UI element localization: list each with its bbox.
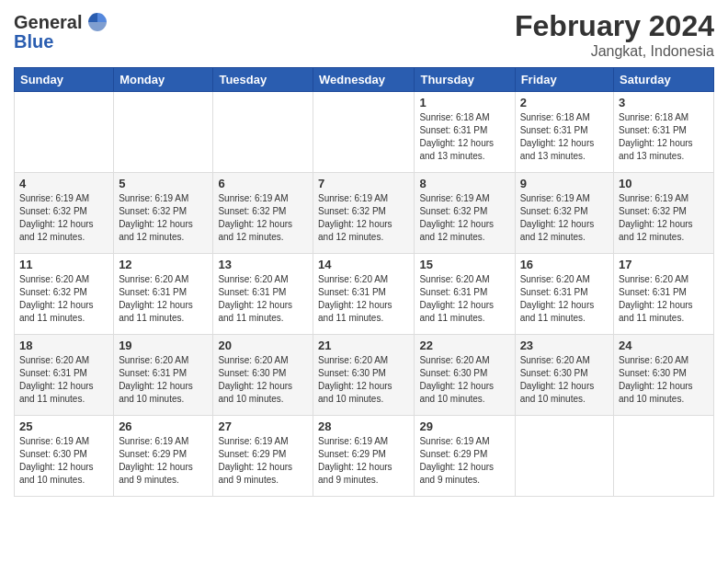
day-info: Sunrise: 6:19 AM Sunset: 6:29 PM Dayligh… — [218, 435, 308, 487]
day-info: Sunrise: 6:19 AM Sunset: 6:32 PM Dayligh… — [218, 192, 308, 244]
day-info: Sunrise: 6:20 AM Sunset: 6:31 PM Dayligh… — [119, 354, 208, 406]
day-info: Sunrise: 6:20 AM Sunset: 6:31 PM Dayligh… — [19, 354, 108, 406]
day-info: Sunrise: 6:18 AM Sunset: 6:31 PM Dayligh… — [619, 111, 709, 163]
calendar-cell: 8Sunrise: 6:19 AM Sunset: 6:32 PM Daylig… — [415, 173, 515, 254]
col-header-wednesday: Wednesday — [313, 68, 415, 92]
logo-general: General — [14, 12, 82, 33]
day-info: Sunrise: 6:19 AM Sunset: 6:30 PM Dayligh… — [19, 435, 108, 487]
day-number: 1 — [419, 96, 509, 109]
calendar-cell — [114, 92, 213, 173]
calendar-cell: 28Sunrise: 6:19 AM Sunset: 6:29 PM Dayli… — [313, 416, 415, 497]
day-number: 15 — [419, 258, 509, 271]
title-block: February 2024 Jangkat, Indonesia — [515, 9, 714, 60]
month-year-title: February 2024 — [515, 9, 714, 43]
day-number: 5 — [119, 177, 208, 190]
calendar-week-row: 25Sunrise: 6:19 AM Sunset: 6:30 PM Dayli… — [15, 416, 714, 497]
day-info: Sunrise: 6:19 AM Sunset: 6:32 PM Dayligh… — [318, 192, 409, 244]
calendar-cell: 18Sunrise: 6:20 AM Sunset: 6:31 PM Dayli… — [15, 335, 114, 416]
day-info: Sunrise: 6:19 AM Sunset: 6:32 PM Dayligh… — [619, 192, 709, 244]
day-number: 6 — [218, 177, 308, 190]
day-info: Sunrise: 6:20 AM Sunset: 6:31 PM Dayligh… — [119, 273, 208, 325]
calendar-cell: 21Sunrise: 6:20 AM Sunset: 6:30 PM Dayli… — [313, 335, 415, 416]
day-info: Sunrise: 6:18 AM Sunset: 6:31 PM Dayligh… — [419, 111, 509, 163]
day-info: Sunrise: 6:19 AM Sunset: 6:29 PM Dayligh… — [419, 435, 509, 487]
calendar-cell: 29Sunrise: 6:19 AM Sunset: 6:29 PM Dayli… — [415, 416, 515, 497]
day-number: 7 — [318, 177, 409, 190]
calendar-cell: 7Sunrise: 6:19 AM Sunset: 6:32 PM Daylig… — [313, 173, 415, 254]
day-number: 10 — [619, 177, 709, 190]
calendar-cell: 3Sunrise: 6:18 AM Sunset: 6:31 PM Daylig… — [614, 92, 714, 173]
location-subtitle: Jangkat, Indonesia — [515, 43, 714, 60]
day-number: 29 — [419, 419, 509, 433]
calendar-cell: 14Sunrise: 6:20 AM Sunset: 6:31 PM Dayli… — [313, 254, 415, 335]
day-info: Sunrise: 6:20 AM Sunset: 6:30 PM Dayligh… — [419, 354, 509, 406]
day-info: Sunrise: 6:19 AM Sunset: 6:32 PM Dayligh… — [419, 192, 509, 244]
day-info: Sunrise: 6:20 AM Sunset: 6:30 PM Dayligh… — [318, 354, 409, 406]
day-info: Sunrise: 6:20 AM Sunset: 6:30 PM Dayligh… — [520, 354, 609, 406]
calendar-cell: 6Sunrise: 6:19 AM Sunset: 6:32 PM Daylig… — [213, 173, 313, 254]
col-header-monday: Monday — [114, 68, 213, 92]
col-header-sunday: Sunday — [15, 68, 114, 92]
calendar-week-row: 11Sunrise: 6:20 AM Sunset: 6:32 PM Dayli… — [15, 254, 714, 335]
calendar-cell: 2Sunrise: 6:18 AM Sunset: 6:31 PM Daylig… — [515, 92, 613, 173]
calendar-cell — [15, 92, 114, 173]
day-number: 3 — [619, 96, 709, 109]
day-info: Sunrise: 6:20 AM Sunset: 6:31 PM Dayligh… — [318, 273, 409, 325]
calendar-cell: 1Sunrise: 6:18 AM Sunset: 6:31 PM Daylig… — [415, 92, 515, 173]
day-info: Sunrise: 6:19 AM Sunset: 6:32 PM Dayligh… — [19, 192, 108, 244]
day-number: 19 — [119, 339, 208, 352]
day-number: 11 — [19, 258, 108, 271]
calendar-week-row: 4Sunrise: 6:19 AM Sunset: 6:32 PM Daylig… — [15, 173, 714, 254]
day-number: 21 — [318, 339, 409, 352]
calendar-cell: 5Sunrise: 6:19 AM Sunset: 6:32 PM Daylig… — [114, 173, 213, 254]
day-number: 9 — [520, 177, 609, 190]
calendar-cell: 23Sunrise: 6:20 AM Sunset: 6:30 PM Dayli… — [515, 335, 613, 416]
calendar-cell: 24Sunrise: 6:20 AM Sunset: 6:30 PM Dayli… — [614, 335, 714, 416]
calendar-cell: 20Sunrise: 6:20 AM Sunset: 6:30 PM Dayli… — [213, 335, 313, 416]
calendar-cell — [614, 416, 714, 497]
page-container: General Blue February 2024 Jangkat, Indo… — [0, 0, 728, 506]
day-info: Sunrise: 6:20 AM Sunset: 6:31 PM Dayligh… — [520, 273, 609, 325]
page-header: General Blue February 2024 Jangkat, Indo… — [14, 9, 714, 60]
col-header-friday: Friday — [515, 68, 613, 92]
day-number: 14 — [318, 258, 409, 271]
col-header-saturday: Saturday — [614, 68, 714, 92]
calendar-cell: 10Sunrise: 6:19 AM Sunset: 6:32 PM Dayli… — [614, 173, 714, 254]
day-info: Sunrise: 6:19 AM Sunset: 6:29 PM Dayligh… — [119, 435, 208, 487]
day-number: 27 — [218, 419, 308, 433]
calendar-cell: 16Sunrise: 6:20 AM Sunset: 6:31 PM Dayli… — [515, 254, 613, 335]
day-info: Sunrise: 6:20 AM Sunset: 6:31 PM Dayligh… — [419, 273, 509, 325]
calendar-cell: 4Sunrise: 6:19 AM Sunset: 6:32 PM Daylig… — [15, 173, 114, 254]
calendar-cell — [313, 92, 415, 173]
calendar-table: SundayMondayTuesdayWednesdayThursdayFrid… — [14, 67, 714, 497]
calendar-cell: 11Sunrise: 6:20 AM Sunset: 6:32 PM Dayli… — [15, 254, 114, 335]
calendar-cell: 27Sunrise: 6:19 AM Sunset: 6:29 PM Dayli… — [213, 416, 313, 497]
day-number: 22 — [419, 339, 509, 352]
day-number: 17 — [619, 258, 709, 271]
day-info: Sunrise: 6:20 AM Sunset: 6:30 PM Dayligh… — [218, 354, 308, 406]
day-info: Sunrise: 6:19 AM Sunset: 6:32 PM Dayligh… — [520, 192, 609, 244]
col-header-thursday: Thursday — [415, 68, 515, 92]
calendar-week-row: 18Sunrise: 6:20 AM Sunset: 6:31 PM Dayli… — [15, 335, 714, 416]
calendar-cell: 12Sunrise: 6:20 AM Sunset: 6:31 PM Dayli… — [114, 254, 213, 335]
calendar-cell: 25Sunrise: 6:19 AM Sunset: 6:30 PM Dayli… — [15, 416, 114, 497]
calendar-cell — [515, 416, 613, 497]
logo: General Blue — [14, 9, 110, 52]
day-info: Sunrise: 6:19 AM Sunset: 6:29 PM Dayligh… — [318, 435, 409, 487]
day-number: 4 — [19, 177, 108, 190]
calendar-cell: 13Sunrise: 6:20 AM Sunset: 6:31 PM Dayli… — [213, 254, 313, 335]
day-number: 16 — [520, 258, 609, 271]
day-number: 8 — [419, 177, 509, 190]
day-number: 13 — [218, 258, 308, 271]
col-header-tuesday: Tuesday — [213, 68, 313, 92]
day-info: Sunrise: 6:20 AM Sunset: 6:32 PM Dayligh… — [19, 273, 108, 325]
day-number: 12 — [119, 258, 208, 271]
calendar-cell — [213, 92, 313, 173]
calendar-cell: 15Sunrise: 6:20 AM Sunset: 6:31 PM Dayli… — [415, 254, 515, 335]
day-number: 28 — [318, 419, 409, 433]
day-info: Sunrise: 6:20 AM Sunset: 6:31 PM Dayligh… — [218, 273, 308, 325]
calendar-header-row: SundayMondayTuesdayWednesdayThursdayFrid… — [15, 68, 714, 92]
day-info: Sunrise: 6:20 AM Sunset: 6:30 PM Dayligh… — [619, 354, 709, 406]
calendar-cell: 26Sunrise: 6:19 AM Sunset: 6:29 PM Dayli… — [114, 416, 213, 497]
calendar-cell: 9Sunrise: 6:19 AM Sunset: 6:32 PM Daylig… — [515, 173, 613, 254]
